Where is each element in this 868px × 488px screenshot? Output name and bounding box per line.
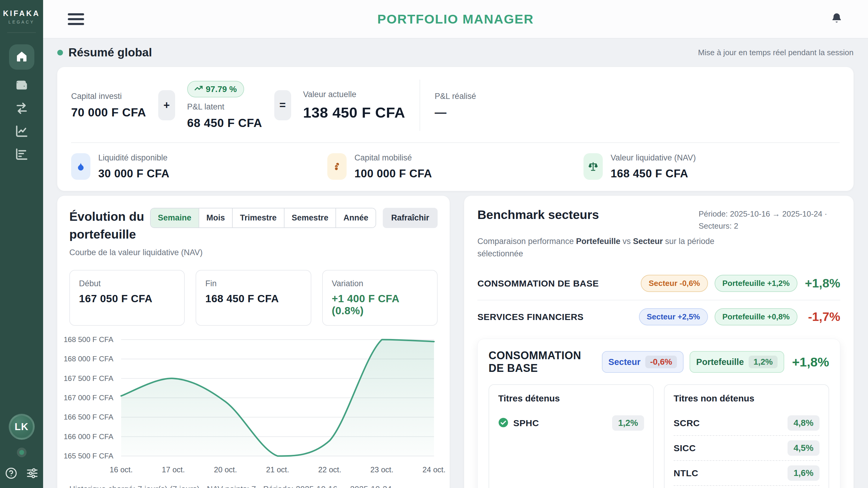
app-logo: KIFAKA LEGACY: [3, 9, 40, 24]
sector-badge: Secteur -0,6%: [602, 351, 684, 373]
sidebar: KIFAKA LEGACY: [0, 0, 43, 488]
not-held-title-row: NTLC 1,6%: [674, 460, 819, 485]
stat-label: Capital investi: [71, 92, 146, 101]
sidebar-footer: LK: [5, 414, 38, 480]
not-held-title-row: SCRC 4,8%: [674, 411, 819, 435]
section-title: Résumé global: [68, 46, 152, 59]
page-title: PORTFOLIO MANAGER: [377, 12, 534, 27]
sector-perf-badge: Secteur -0,6%: [641, 275, 708, 292]
sector-detail-card: CONSOMMATION DE BASE Secteur -0,6% Porte…: [477, 339, 840, 488]
portfolio-badge-value: 1,2%: [749, 355, 778, 368]
help-icon: [5, 467, 17, 481]
stat-value: 167 050 F CFA: [79, 292, 175, 305]
stat-value: 30 000 F CFA: [98, 167, 169, 180]
sidebar-item-performance[interactable]: [15, 125, 28, 138]
coins-icon: [327, 153, 347, 180]
logo-subtitle: LEGACY: [3, 20, 40, 24]
sidebar-nav: [9, 44, 34, 161]
svg-text:168 500 F CFA: 168 500 F CFA: [64, 335, 113, 344]
top-bar: PORTFOLIO MANAGER: [43, 0, 868, 38]
variation-stat-card: Variation +1 400 F CFA (0.8%): [322, 270, 438, 326]
menu-button[interactable]: [68, 13, 84, 25]
settings-button[interactable]: [26, 467, 38, 480]
held-title-row: SPHC 1,2%: [498, 411, 644, 435]
stat-value: 168 450 F CFA: [611, 167, 696, 180]
ticker-perf-value: 4,8%: [787, 415, 819, 431]
current-value-stat: Valeur actuelle 138 450 F CFA: [303, 90, 405, 121]
svg-text:167 000 F CFA: 167 000 F CFA: [64, 394, 113, 402]
stat-label: P&L latent: [187, 102, 262, 112]
bell-icon: [831, 12, 843, 26]
pnl-percent-badge: 97.79 %: [187, 81, 244, 97]
portfolio-badge: Portefeuille 1,2%: [689, 351, 784, 373]
stat-value: 68 450 F CFA: [187, 116, 262, 130]
svg-text:21 oct.: 21 oct.: [266, 465, 289, 474]
droplet-icon: [71, 153, 90, 180]
nav-value-stat: Valeur liquidative (NAV) 168 450 F CFA: [584, 153, 840, 180]
home-icon: [16, 50, 28, 64]
portfolio-perf-badge: Portefeuille +1,2%: [715, 275, 798, 292]
summary-card: Capital investi 70 000 F CFA + 97.79 % P…: [57, 67, 854, 191]
ticker-perf-value: 1,6%: [787, 465, 819, 481]
main-content: Résumé global Mise à jour en temps réel …: [43, 38, 868, 488]
stat-label: Début: [79, 279, 175, 288]
period-tab[interactable]: Semaine: [151, 208, 198, 227]
period-tab[interactable]: Semestre: [284, 208, 336, 227]
ticker-perf-value: 1,2%: [612, 415, 644, 431]
not-held-title-row: SICC 4,5%: [674, 435, 819, 460]
realized-pnl-stat: P&L réalisé —: [435, 92, 476, 119]
sector-row[interactable]: CONSOMMATION DE BASE Secteur -0,6% Porte…: [477, 267, 840, 300]
stat-value: 100 000 F CFA: [354, 167, 432, 180]
ticker-symbol: SICC: [674, 443, 696, 453]
svg-text:22 oct.: 22 oct.: [318, 465, 341, 474]
stat-label: Capital mobilisé: [354, 153, 432, 163]
sector-row[interactable]: SERVICES FINANCIERS Secteur +2,5% Portef…: [477, 300, 840, 333]
stat-label: Fin: [205, 279, 301, 288]
not-held-titles-header: Titres non détenus: [674, 393, 819, 404]
evolution-subtitle: Courbe de la valeur liquidative (NAV): [69, 248, 150, 257]
ticker-perf-value: 4,5%: [787, 440, 819, 456]
sidebar-item-home[interactable]: [9, 44, 34, 70]
sector-list: CONSOMMATION DE BASE Secteur -0,6% Porte…: [477, 267, 840, 333]
evolution-title: Évolution du portefeuille: [69, 208, 150, 244]
not-held-title-row: UNLC 0,5%: [674, 485, 819, 488]
svg-text:17 oct.: 17 oct.: [162, 465, 185, 474]
portfolio-badge-label: Portefeuille: [696, 357, 744, 367]
vertical-divider: [420, 80, 420, 131]
stat-label: Valeur actuelle: [303, 90, 405, 99]
sector-perf-badge: Secteur +2,5%: [639, 308, 708, 325]
status-indicator: [17, 448, 27, 457]
sector-name: CONSOMMATION DE BASE: [477, 278, 599, 289]
liquidity-stat: Liquidité disponible 30 000 F CFA: [71, 153, 327, 180]
stat-value: +1 400 F CFA (0.8%): [332, 292, 428, 317]
section-bullet: [57, 50, 63, 56]
transfer-arrows-icon: [15, 102, 28, 116]
benchmark-period-meta: Période: 2025-10-16 → 2025-10-24 · Secte…: [699, 208, 840, 232]
sector-delta: +1,8%: [792, 355, 829, 370]
stat-label: Valeur liquidative (NAV): [611, 153, 696, 163]
stat-label: P&L réalisé: [435, 92, 476, 101]
scale-icon: [584, 153, 603, 180]
stat-label: Variation: [332, 279, 428, 288]
stat-label: Liquidité disponible: [98, 153, 169, 163]
sector-detail-title: CONSOMMATION DE BASE: [489, 349, 596, 375]
sidebar-item-rankings[interactable]: [15, 148, 28, 161]
period-tab[interactable]: Mois: [198, 208, 232, 227]
sidebar-item-wallet[interactable]: [15, 79, 28, 93]
period-tab[interactable]: Année: [336, 208, 375, 227]
end-stat-card: Fin 168 450 F CFA: [195, 270, 311, 326]
help-button[interactable]: [5, 467, 18, 480]
period-tab[interactable]: Trimestre: [232, 208, 284, 227]
equals-operator: =: [274, 90, 291, 120]
user-avatar[interactable]: LK: [9, 414, 35, 440]
sector-badge-value: -0,6%: [645, 355, 677, 368]
refresh-button[interactable]: Rafraîchir: [383, 208, 438, 228]
sidebar-item-transactions[interactable]: [15, 102, 28, 116]
plus-operator: +: [158, 90, 175, 120]
svg-text:20 oct.: 20 oct.: [214, 465, 237, 474]
svg-text:168 000 F CFA: 168 000 F CFA: [64, 355, 113, 363]
benchmark-subtitle: Comparaison performance Portefeuille vs …: [477, 235, 731, 261]
notifications-button[interactable]: [831, 12, 843, 26]
bar-chart-icon: [15, 147, 28, 162]
svg-text:16 oct.: 16 oct.: [110, 465, 133, 474]
